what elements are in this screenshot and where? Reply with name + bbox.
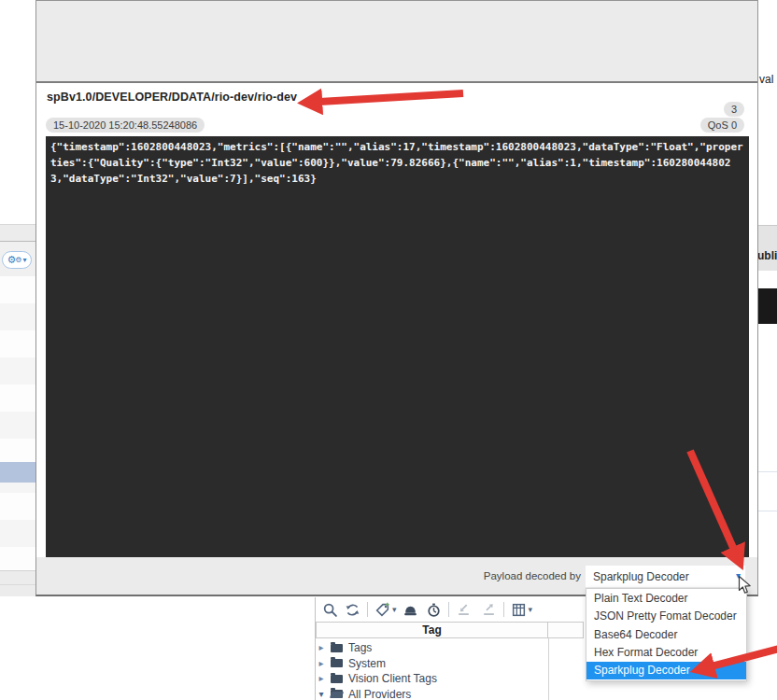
dropdown-item-sparkplug[interactable]: Sparkplug Decoder <box>586 662 746 679</box>
message-inspector-panel: spBv1.0/DEVELOPER/DDATA/rio-dev/rio-dev … <box>35 0 758 596</box>
timer-icon[interactable] <box>426 602 442 618</box>
column-options-icon[interactable]: ▾ <box>511 602 533 618</box>
message-count-badge: 3 <box>724 102 744 117</box>
open-folder-icon <box>331 690 343 698</box>
background-partial-text-public: ublic <box>757 249 777 262</box>
background-table-rows <box>0 276 35 569</box>
background-right-header-band <box>758 225 777 271</box>
decoder-combobox[interactable]: Sparkplug Decoder ▾ <box>586 566 745 587</box>
message-chart-area <box>36 1 757 83</box>
background-dark-cell <box>758 288 777 324</box>
tree-item-tags[interactable]: ▸ Tags <box>316 640 547 655</box>
dropdown-item-plain-text[interactable]: Plain Text Decoder <box>586 590 746 608</box>
expand-arrow-icon[interactable]: ▸ <box>316 659 327 668</box>
dropdown-item-json-pretty[interactable]: JSON Pretty Fomat Decoder <box>586 608 746 625</box>
divider <box>0 584 35 585</box>
tag-browser-header: Tag <box>316 622 584 638</box>
decoder-dropdown-list: Plain Text Decoder JSON Pretty Fomat Dec… <box>586 588 747 681</box>
message-topic: spBv1.0/DEVELOPER/DDATA/rio-dev/rio-dev <box>47 91 297 104</box>
tag-browser-toolbar: ▾ ▾ <box>322 600 532 619</box>
combobox-caret-icon[interactable]: ▾ <box>736 571 741 581</box>
new-tag-icon[interactable]: ▾ <box>374 602 397 618</box>
tree-item-system[interactable]: ▸ System <box>316 656 547 671</box>
tree-item-vision-client-tags[interactable]: ▸ Vision Client Tags <box>316 671 547 686</box>
qos-badge: QoS 0 <box>700 118 744 133</box>
row-divider <box>758 511 777 511</box>
payload-viewer: {"timestamp":1602800448023,"metrics":[{"… <box>46 136 749 557</box>
payload-decoded-by-label: Payload decoded by <box>439 570 581 581</box>
tag-column-header[interactable]: Tag <box>316 622 548 638</box>
gear-icon: ⚙ <box>15 257 21 264</box>
screen: ⚙ ⚙ ▾ val ublic spBv1.0/DEVELOPER/DDATA/… <box>0 0 777 700</box>
alarm-icon[interactable] <box>403 602 418 618</box>
expand-arrow-icon[interactable]: ▸ <box>316 643 327 652</box>
export-icon[interactable] <box>481 602 497 618</box>
chevron-down-icon: ▾ <box>529 605 533 614</box>
toolbar-separator <box>503 602 504 617</box>
import-icon[interactable] <box>456 602 472 618</box>
folder-icon <box>331 675 343 683</box>
dropdown-item-hex[interactable]: Hex Format Decoder <box>586 644 746 662</box>
chevron-down-icon: ▾ <box>392 605 397 614</box>
expand-arrow-icon[interactable]: ▸ <box>316 674 327 683</box>
background-partial-text-value: val <box>759 73 773 86</box>
decoder-combobox-value: Sparkplug Decoder <box>586 570 689 583</box>
collapse-arrow-icon[interactable]: ▾ <box>316 690 327 699</box>
search-icon[interactable] <box>322 602 338 618</box>
refresh-icon[interactable] <box>345 602 360 618</box>
background-selected-row[interactable] <box>0 462 35 483</box>
chevron-down-icon: ▾ <box>23 257 27 264</box>
dropdown-item-base64[interactable]: Base64 Decoder <box>586 626 746 644</box>
timestamp-badge: 15-10-2020 15:20:48.55248086 <box>46 118 205 133</box>
toolbar-separator <box>367 602 368 617</box>
background-left-footer <box>0 570 35 596</box>
folder-icon <box>331 659 343 667</box>
folder-icon <box>331 644 343 652</box>
tree-item-all-providers[interactable]: ▾ All Providers <box>316 687 547 700</box>
toolbar-separator <box>448 602 449 617</box>
gears-dropdown-button[interactable]: ⚙ ⚙ ▾ <box>2 251 32 269</box>
row-divider <box>758 471 777 472</box>
value-column-header[interactable] <box>548 622 584 638</box>
background-left-toolbar-band <box>0 224 35 241</box>
